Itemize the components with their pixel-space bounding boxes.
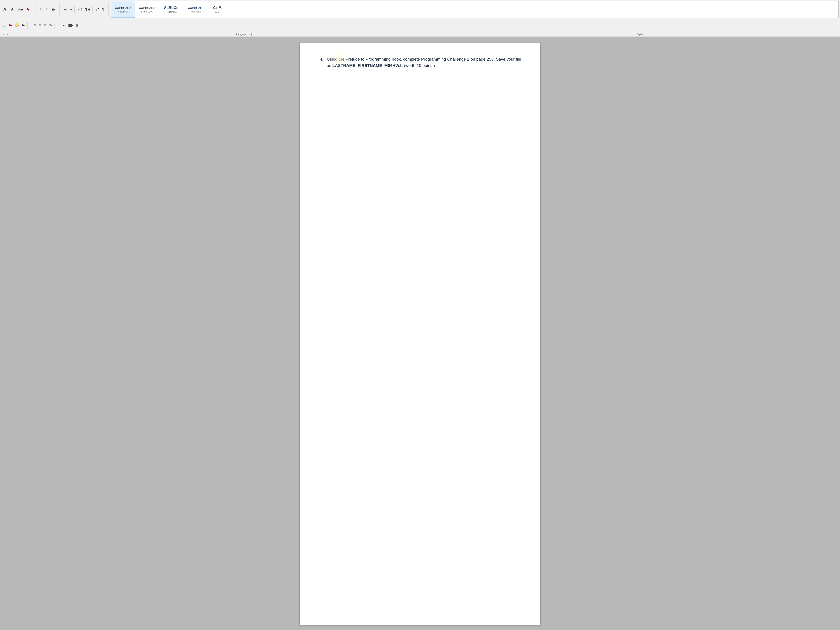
font-expand-icon[interactable]: ↗: [6, 33, 9, 36]
document-content: 4. Using the Prelude to Programming book…: [317, 56, 523, 69]
spacing-group: ↕≡▾ ⬛▾ ⊞▾: [59, 22, 82, 29]
style-normal-label: ¶ Normal: [118, 10, 128, 13]
font-size-group: A↑ A↓ Aa▾ A✦: [1, 6, 33, 13]
change-case-button[interactable]: Aa▾: [17, 6, 24, 13]
pilcrow-button[interactable]: ¶◄: [84, 6, 92, 13]
divider5: [57, 20, 57, 31]
bullets-button[interactable]: ≡▾: [38, 6, 44, 13]
multilevel-list-button[interactable]: ⊞▾: [50, 6, 56, 13]
style-heading1[interactable]: AaBbCc Heading 1: [159, 1, 183, 18]
clear-formatting-button[interactable]: A✦: [25, 6, 32, 13]
sort-button[interactable]: ↕Z: [95, 6, 100, 13]
ribbon-footer: ont ↗ Paragraph ↗ Styles: [0, 32, 840, 36]
font-color-button[interactable]: A▾: [8, 22, 14, 28]
increase-indent-button[interactable]: ⇥: [68, 6, 74, 13]
indent-group: ⇤ ⇥: [62, 6, 74, 13]
highlight-button[interactable]: ∂▾: [14, 22, 20, 28]
text-format-group: x2 A▾ ∂▾ A▾: [1, 22, 28, 29]
numbering-button[interactable]: ≡▾: [44, 6, 50, 13]
alignment-group: ≡ ≡ ≡ ≡▾: [32, 22, 54, 29]
style-heading2-preview: AaBbCcD: [188, 6, 202, 10]
para-end-button[interactable]: ¶: [101, 6, 105, 13]
doc-item-4: 4. Using the Prelude to Programming book…: [317, 56, 523, 69]
decrease-indent-button[interactable]: ⇤: [63, 6, 68, 13]
show-formatting-button[interactable]: ⊳¶: [77, 6, 83, 13]
line-spacing-button[interactable]: ↕≡▾: [60, 22, 66, 28]
style-heading2[interactable]: AaBbCcD Heading 2: [183, 1, 207, 18]
ribbon: A↑ A↓ Aa▾ A✦ ≡▾ ≡▾ ⊞▾: [0, 0, 840, 36]
doc-item-number: 4.: [317, 56, 323, 69]
document-area: 4. Using the Prelude to Programming book…: [0, 36, 840, 630]
styles-panel: AaBbCcDd ¶ Normal AaBbCcDd ¶ No Spac... …: [111, 1, 839, 18]
style-title-label: Title: [215, 11, 219, 14]
paragraph-label-section: Paragraph ↗: [46, 33, 442, 36]
doc-text-bold: LASTNAME_FIRSTNAME_M04HW2: [332, 63, 402, 68]
styles-label-section: Styles: [442, 33, 838, 36]
style-heading1-label: Heading 1: [166, 11, 177, 13]
superscript-button[interactable]: x2: [2, 22, 7, 28]
justify-button[interactable]: ≡▾: [48, 22, 54, 28]
style-heading1-preview: AaBbCc: [164, 6, 178, 10]
styles-section-label: Styles: [637, 33, 643, 36]
align-left-button[interactable]: ≡: [33, 22, 38, 28]
align-center-button[interactable]: ≡: [38, 22, 43, 28]
borders-button[interactable]: ⊞▾: [75, 22, 81, 28]
font-section-label: ont: [2, 33, 5, 36]
doc-text-after: . (worth 10 points): [402, 63, 435, 68]
style-no-spacing-preview: AaBbCcDd: [139, 6, 155, 10]
shading-button[interactable]: ⬛▾: [67, 22, 74, 28]
paragraph-expand-icon[interactable]: ↗: [248, 33, 251, 36]
font-grow-down-button[interactable]: A↓: [10, 6, 16, 13]
sort-group: ↕Z ¶: [94, 6, 106, 13]
style-title[interactable]: AaB Title: [207, 1, 227, 18]
para-marks-group: ⊳¶ ¶◄: [76, 6, 93, 13]
align-right-button[interactable]: ≡: [43, 22, 47, 28]
style-normal[interactable]: AaBbCcDd ¶ Normal: [111, 1, 135, 18]
style-no-spacing[interactable]: AaBbCcDd ¶ No Spac...: [135, 1, 159, 18]
style-no-spacing-label: ¶ No Spac...: [141, 10, 153, 13]
font-style-button[interactable]: A▾: [21, 22, 27, 28]
list-group: ≡▾ ≡▾ ⊞▾: [38, 6, 57, 13]
font-grow-up-button[interactable]: A↑: [2, 6, 8, 13]
style-heading2-label: Heading 2: [189, 10, 201, 13]
style-title-preview: AaB: [213, 5, 222, 11]
doc-item-text: Using the Prelude to Programming book, c…: [327, 56, 523, 69]
font-label-section: ont ↗: [2, 33, 46, 36]
divider4: [30, 20, 30, 31]
document-page: 4. Using the Prelude to Programming book…: [300, 43, 540, 625]
style-normal-preview: AaBbCcDd: [115, 6, 131, 10]
paragraph-section-label: Paragraph: [236, 33, 247, 36]
